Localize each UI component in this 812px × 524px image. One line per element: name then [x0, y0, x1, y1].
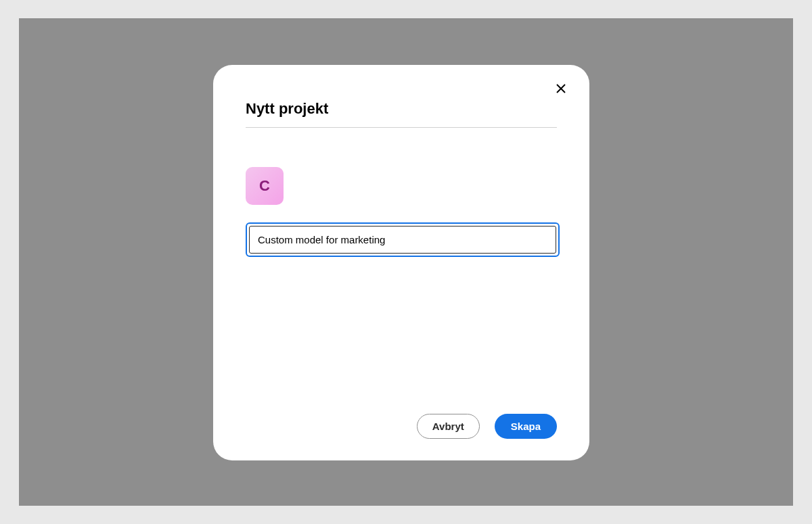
modal-backdrop: Nytt projekt C Avbryt Skapa [19, 18, 793, 506]
cancel-button[interactable]: Avbryt [417, 414, 480, 439]
create-button[interactable]: Skapa [495, 414, 557, 439]
project-icon-letter: C [259, 177, 270, 195]
title-divider [246, 127, 557, 128]
project-icon: C [246, 167, 284, 205]
close-button[interactable] [553, 80, 569, 99]
name-input-focus-ring [246, 222, 560, 257]
new-project-modal: Nytt projekt C Avbryt Skapa [213, 65, 589, 460]
close-icon [556, 82, 566, 97]
project-name-input[interactable] [249, 226, 556, 254]
modal-title: Nytt projekt [246, 100, 557, 118]
modal-footer: Avbryt Skapa [246, 414, 557, 439]
